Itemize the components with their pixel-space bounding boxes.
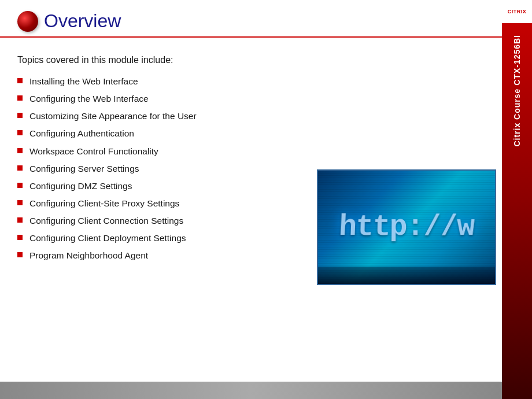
bullet-icon bbox=[17, 235, 23, 240]
list-item-text: Customizing Site Appearance for the User bbox=[29, 110, 197, 122]
list-item-text: Configuring Client Connection Settings bbox=[29, 215, 183, 227]
bullet-icon bbox=[17, 130, 23, 135]
list-item: Configuring Authentication bbox=[17, 128, 485, 139]
right-sidebar: CiTRiX Citrix Course CTX-1256BI bbox=[502, 0, 532, 399]
list-item-text: Configuring Client-Site Proxy Settings bbox=[29, 198, 179, 209]
main-content: Overview Topics covered in this module i… bbox=[0, 0, 502, 399]
list-item: Workspace Control Functionality bbox=[17, 146, 485, 157]
bullet-icon bbox=[17, 95, 23, 101]
list-item-text: Configuring the Web Interface bbox=[29, 93, 149, 105]
list-item: Installing the Web Interface bbox=[17, 76, 485, 87]
bullet-icon bbox=[17, 113, 23, 118]
http-image: http://w bbox=[317, 169, 496, 285]
page-title: Overview bbox=[44, 10, 121, 32]
list-item-text: Program Neighborhood Agent bbox=[29, 250, 148, 261]
intro-text: Topics covered in this module include: bbox=[17, 55, 485, 65]
bullet-icon bbox=[17, 183, 23, 188]
http-image-inner: http://w bbox=[317, 169, 496, 285]
bullet-icon bbox=[17, 165, 23, 171]
course-label: Citrix Course CTX-1256BI bbox=[512, 35, 522, 147]
list-item-text: Workspace Control Functionality bbox=[29, 146, 158, 157]
list-item-text: Installing the Web Interface bbox=[29, 76, 138, 87]
list-item-text: Configuring Server Settings bbox=[29, 163, 139, 175]
header-icon bbox=[17, 11, 38, 32]
bullet-icon bbox=[17, 148, 23, 153]
list-item: Customizing Site Appearance for the User bbox=[17, 110, 485, 122]
list-item: Configuring the Web Interface bbox=[17, 93, 485, 105]
bullet-icon bbox=[17, 217, 23, 223]
citrix-logo-box: CiTRiX bbox=[502, 0, 532, 23]
bullet-icon bbox=[17, 252, 23, 257]
http-text: http://w bbox=[338, 210, 475, 245]
bullet-icon bbox=[17, 200, 23, 205]
list-item-text: Configuring DMZ Settings bbox=[29, 180, 132, 192]
header-section: Overview bbox=[0, 0, 502, 38]
bullet-icon bbox=[17, 78, 23, 83]
citrix-logo: CiTRiX bbox=[508, 9, 527, 14]
content-body: Topics covered in this module include: I… bbox=[0, 38, 502, 279]
list-item-text: Configuring Authentication bbox=[29, 128, 134, 139]
list-item-text: Configuring Client Deployment Settings bbox=[29, 232, 186, 244]
bottom-bar bbox=[0, 382, 502, 399]
